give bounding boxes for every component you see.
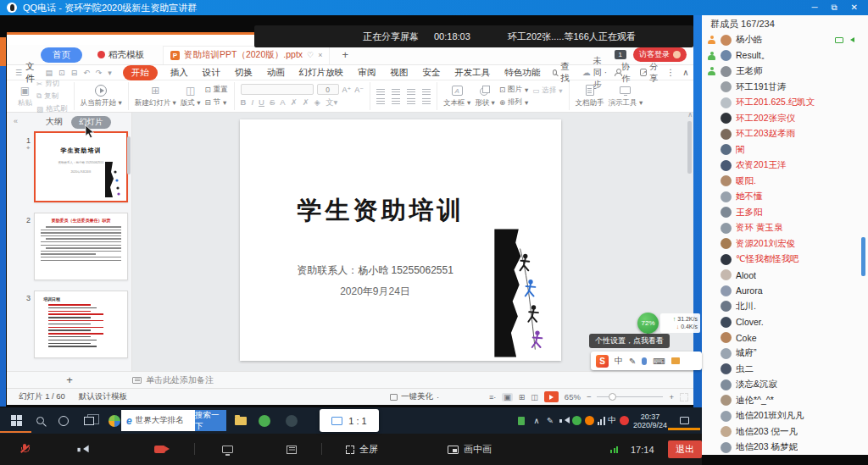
tab-outline[interactable]: 大纲 <box>46 116 63 128</box>
member-row[interactable]: 资源201刘宏俊 <box>702 236 868 252</box>
tray-orange-icon[interactable] <box>582 407 596 434</box>
clear-format-icon[interactable]: ◈ <box>314 97 320 108</box>
member-row[interactable]: 闇 <box>702 142 868 158</box>
taskbar-search-button[interactable] <box>31 407 49 434</box>
arrange-button[interactable]: ⊕ 排列 ▾ <box>499 97 528 108</box>
member-row[interactable]: 地信203 倪一凡 <box>702 424 868 440</box>
print-preview-icon[interactable]: ⊟ <box>71 69 78 77</box>
textbox-button[interactable]: A文本框 ▾ <box>443 84 470 108</box>
ime-toolbox-icon[interactable] <box>671 357 680 364</box>
file-explorer-button[interactable] <box>231 407 251 434</box>
zoom-knob[interactable] <box>609 393 616 401</box>
member-row[interactable]: 杨小皓 <box>702 32 868 48</box>
italic-button[interactable]: I <box>251 97 253 108</box>
member-row[interactable]: 环工203赵孝雨 <box>702 126 868 142</box>
font-size-input[interactable]: 0 <box>317 84 339 95</box>
slide-thumbnail-3[interactable]: 培训日程 <box>34 291 128 358</box>
play-from-current-button[interactable]: 从当前开始 ▾ <box>81 84 122 108</box>
ribbon-tab[interactable]: 插入 <box>169 66 190 80</box>
zoom-out-icon[interactable]: − <box>587 392 592 401</box>
bullet-list-icon[interactable] <box>376 88 385 95</box>
thumbnail-scrollbar[interactable] <box>127 136 131 174</box>
member-row[interactable]: Result。 <box>702 48 868 64</box>
slide-thumbnail-1[interactable]: 学生资助培训 资助联系人：杨小晗 15255062551 2020年9月24日 <box>34 131 128 202</box>
ribbon-tab[interactable]: 设计 <box>201 66 222 80</box>
member-row[interactable]: 城府” <box>702 346 868 362</box>
numbered-list-icon[interactable] <box>392 88 400 95</box>
print-icon[interactable]: ⊡ <box>58 69 65 77</box>
pip-button[interactable]: 画中画 <box>448 434 492 465</box>
scroll-up-icon[interactable]: ∧ <box>687 111 693 119</box>
member-row[interactable]: 迪伦*^_^* <box>702 393 868 409</box>
ribbon-tab[interactable]: 审阅 <box>356 66 377 80</box>
more-icon[interactable]: ⋮ <box>666 68 675 77</box>
slide-thumbnail-2[interactable]: 资助委员（生活委员兼任）职责 <box>34 213 128 280</box>
member-row[interactable]: 资环 黄玉泉 <box>702 220 868 236</box>
notification-center-button[interactable] <box>676 407 692 434</box>
reset-button[interactable]: ⊡ 重置 <box>204 85 227 95</box>
member-row[interactable]: 环工201.625.纪凯文 <box>702 95 868 111</box>
subscript-button[interactable]: ✗ <box>303 97 309 108</box>
close-icon[interactable]: ✕ <box>851 3 858 13</box>
taskbar-clock[interactable]: 20:372020/9/24 <box>632 407 668 434</box>
ime-keyboard-icon[interactable]: ⌨ <box>653 357 665 366</box>
tray-usb-icon[interactable] <box>515 407 527 434</box>
speed-ball[interactable]: 72% <box>637 313 659 334</box>
ribbon-tab[interactable]: 安全 <box>420 66 442 80</box>
reading-view-icon[interactable]: ◫ <box>531 393 538 401</box>
ribbon-tab[interactable]: 切换 <box>233 66 254 80</box>
fit-screen-icon[interactable] <box>680 393 688 401</box>
underline-button[interactable]: U <box>259 97 264 108</box>
align-center-icon[interactable] <box>392 97 400 104</box>
redo-icon[interactable]: ↷ <box>96 69 103 77</box>
tray-pen-icon[interactable]: ✎ <box>544 407 556 434</box>
member-row[interactable]: 她不懂 <box>702 189 868 205</box>
undo-icon[interactable]: ↶ <box>83 69 90 77</box>
decrease-indent-icon[interactable] <box>407 88 415 95</box>
search-go-button[interactable]: 搜索一下 <box>195 410 226 431</box>
notes-placeholder[interactable]: 单击此处添加备注 <box>146 374 214 386</box>
task-view-button[interactable] <box>80 407 98 434</box>
decrease-font-icon[interactable]: A⁻ <box>354 86 364 94</box>
design-template-label[interactable]: 默认设计模板 <box>79 391 127 402</box>
ribbon-tab[interactable]: 视图 <box>388 66 409 80</box>
ime-mode-toggle[interactable]: 中 <box>615 355 623 367</box>
increase-indent-icon[interactable] <box>422 88 431 95</box>
select-button[interactable]: ▭ 选择 ▾ <box>532 86 562 96</box>
collapse-ribbon-icon[interactable]: ∧ <box>682 68 688 77</box>
mute-mic-button[interactable] <box>20 434 29 465</box>
member-row[interactable]: 暖阳. <box>702 174 868 190</box>
member-row[interactable]: Aurora <box>702 283 868 299</box>
align-left-icon[interactable] <box>376 97 385 104</box>
slide-sorter-icon[interactable]: ⊞ <box>519 393 526 401</box>
font-name-input[interactable] <box>241 84 314 95</box>
member-row[interactable]: ℃怪我都怪我吧 <box>702 252 868 268</box>
ribbon-tab[interactable]: 幻灯片放映 <box>298 66 346 80</box>
ribbon-tab[interactable]: 开始 <box>123 65 158 80</box>
ime-mic-icon[interactable] <box>642 357 647 365</box>
copy-button[interactable]: ⧉ 复制 <box>36 91 68 102</box>
member-row[interactable]: Aloot <box>702 268 868 284</box>
member-row[interactable]: 环工191甘涛 <box>702 80 868 96</box>
speaker-button[interactable] <box>78 434 87 465</box>
justify-icon[interactable] <box>422 97 431 104</box>
start-button[interactable] <box>7 407 25 434</box>
member-row[interactable]: 淡忘&沉寂 <box>702 377 868 393</box>
minimize-icon[interactable]: ─ <box>811 3 817 13</box>
tray-tim-icon[interactable] <box>617 407 631 434</box>
zoom-in-icon[interactable]: + <box>669 392 674 401</box>
member-row[interactable]: 农资201王洋 <box>702 158 868 174</box>
ribbon-tab[interactable]: 特色功能 <box>503 66 542 80</box>
member-row[interactable]: Clover. <box>702 314 868 330</box>
cut-button[interactable]: ✂ 剪切 <box>36 79 68 89</box>
member-row[interactable]: 北川. <box>702 299 868 315</box>
member-row[interactable]: 虫二 <box>702 362 868 378</box>
new-slide-button[interactable]: ⊞新建幻灯片 ▾ <box>135 84 176 108</box>
member-row[interactable]: 地信203 杨梦妮 <box>702 440 868 455</box>
ribbon-tab[interactable]: 动画 <box>265 66 287 80</box>
whiteboard-button[interactable] <box>287 434 297 465</box>
slideshow-button[interactable] <box>544 391 559 402</box>
font-color-button[interactable]: A <box>280 97 285 108</box>
tray-qq-icon[interactable] <box>570 407 583 434</box>
camera-button[interactable] <box>154 434 165 465</box>
